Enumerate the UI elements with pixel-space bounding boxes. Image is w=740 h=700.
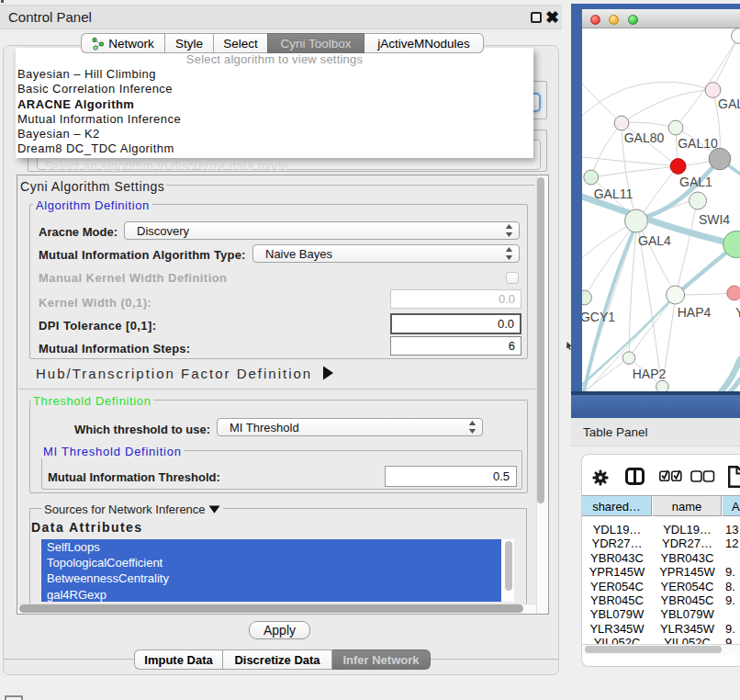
svg-text:GAL1: GAL1: [679, 175, 712, 189]
svg-text:GAL4: GAL4: [638, 233, 671, 248]
svg-text:GAL2: GAL2: [718, 96, 740, 111]
svg-text:GCY1: GCY1: [582, 310, 615, 324]
svg-text:GAL80: GAL80: [624, 130, 665, 145]
svg-text:GAL10: GAL10: [678, 136, 718, 151]
svg-text:GAL11: GAL11: [594, 186, 633, 201]
svg-text:SWI4: SWI4: [699, 212, 730, 227]
svg-text:HAP2: HAP2: [633, 367, 667, 381]
svg-text:Y: Y: [735, 305, 740, 320]
svg-text:HAP4: HAP4: [678, 305, 712, 320]
